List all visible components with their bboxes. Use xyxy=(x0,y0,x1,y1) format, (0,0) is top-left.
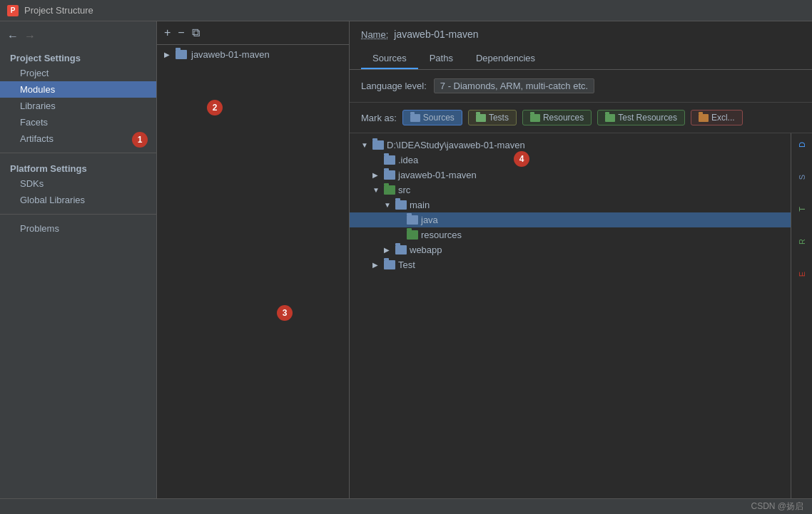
tree-item-webapp[interactable]: ▶ webapp xyxy=(350,242,791,257)
bottom-bar: CSDN @扬启 xyxy=(0,498,812,514)
tree-folder-resources xyxy=(407,230,418,240)
tree-folder-src xyxy=(384,185,395,195)
sidebar-divider-1 xyxy=(0,153,156,153)
tree-folder-root xyxy=(372,140,384,150)
sidebar-item-problems[interactable]: Problems xyxy=(0,220,156,237)
content-area: Language level: 7 - Diamonds, ARM, multi… xyxy=(350,70,812,498)
mark-sources-button[interactable]: Sources xyxy=(402,110,462,125)
language-level-value[interactable]: 7 - Diamonds, ARM, multi-catch etc. xyxy=(434,78,594,93)
tree-text-root: D:\IDEAStudy\javaweb-01-maven xyxy=(387,140,525,150)
tree-item-test[interactable]: ▶ Test xyxy=(350,257,791,272)
legend-t: T xyxy=(796,204,808,215)
project-settings-label: Project Settings xyxy=(0,48,156,65)
tree-folder-main xyxy=(395,200,407,210)
tree-text-src: src xyxy=(398,185,410,195)
test-resources-folder-icon xyxy=(605,114,615,122)
legend-e: E xyxy=(796,269,808,279)
tree-text-java: java xyxy=(421,215,438,225)
title-bar: P Project Structure xyxy=(0,0,812,21)
annotation-1: 1 xyxy=(132,132,148,148)
app-icon: P xyxy=(7,5,19,16)
module-name: javaweb-01-maven xyxy=(191,49,270,60)
tree-arrow-main: ▼ xyxy=(384,201,392,209)
tree-item-idea[interactable]: ▶ .idea xyxy=(350,153,791,168)
remove-module-button[interactable]: − xyxy=(178,27,184,38)
module-item-javaweb[interactable]: ▶ javaweb-01-maven xyxy=(157,45,349,64)
right-panel: Name: javaweb-01-maven Sources Paths Dep… xyxy=(350,21,812,498)
mark-test-resources-button[interactable]: Test Resources xyxy=(597,110,685,125)
name-value: javaweb-01-maven xyxy=(394,29,478,40)
tests-folder-icon xyxy=(476,114,486,122)
name-label: Name: xyxy=(361,29,388,40)
mark-as-label: Mark as: xyxy=(361,113,397,123)
tree-text-resources: resources xyxy=(421,230,462,240)
module-arrow-icon: ▶ xyxy=(164,51,170,58)
tree-text-idea: .idea xyxy=(398,155,418,165)
tree-folder-test xyxy=(384,260,395,269)
sidebar-item-sdks[interactable]: SDKs xyxy=(0,175,156,192)
tree-folder-webapp xyxy=(395,245,407,255)
tree-text-webapp: webapp xyxy=(410,245,442,255)
tree-arrow-test: ▶ xyxy=(372,261,381,269)
tree-item-main[interactable]: ▼ main xyxy=(350,197,791,212)
sidebar-item-global-libraries[interactable]: Global Libraries xyxy=(0,192,156,208)
legend-s: S xyxy=(796,172,808,183)
tree-item-resources[interactable]: ▶ resources xyxy=(350,227,791,242)
module-toolbar: + − ⧉ xyxy=(157,21,349,45)
tree-folder-javaweb xyxy=(384,170,395,180)
add-module-button[interactable]: + xyxy=(164,27,171,38)
tree-item-java[interactable]: ▶ java xyxy=(350,212,791,227)
legend-panel: D S T R E xyxy=(791,133,812,498)
tree-arrow-root: ▼ xyxy=(361,141,370,149)
sources-folder-icon xyxy=(410,114,420,122)
mark-excluded-button[interactable]: Excl... xyxy=(691,110,743,125)
title-bar-text: Project Structure xyxy=(24,5,93,16)
tree-item-javaweb[interactable]: ▶ javaweb-01-maven xyxy=(350,168,791,183)
mark-resources-button[interactable]: Resources xyxy=(522,110,592,125)
language-row: Language level: 7 - Diamonds, ARM, multi… xyxy=(350,70,812,103)
tree-text-javaweb: javaweb-01-maven xyxy=(398,170,477,180)
tree-item-src[interactable]: ▼ src xyxy=(350,183,791,197)
sidebar-divider-2 xyxy=(0,214,156,215)
excluded-folder-icon xyxy=(699,114,709,122)
language-level-label: Language level: xyxy=(361,81,427,91)
mark-as-row: Mark as: Sources Tests Resources Test Re… xyxy=(350,103,812,133)
tree-text-main: main xyxy=(410,200,430,210)
platform-settings-label: Platform Settings xyxy=(0,159,156,175)
sidebar-item-libraries[interactable]: Libraries xyxy=(0,98,156,114)
copy-module-button[interactable]: ⧉ xyxy=(192,27,200,38)
legend-r: R xyxy=(796,236,808,247)
tabs-row: Sources Paths Dependencies xyxy=(361,48,801,69)
module-folder-icon xyxy=(176,50,187,59)
tab-paths[interactable]: Paths xyxy=(418,48,465,69)
tree-arrow-src: ▼ xyxy=(372,186,381,194)
bottom-bar-text: CSDN @扬启 xyxy=(751,500,803,513)
name-row: Name: javaweb-01-maven xyxy=(361,29,801,40)
forward-button[interactable]: → xyxy=(24,30,36,43)
file-tree: ▼ D:\IDEAStudy\javaweb-01-maven ▶ .idea … xyxy=(350,133,791,498)
resources-folder-icon xyxy=(530,114,540,122)
tree-item-root[interactable]: ▼ D:\IDEAStudy\javaweb-01-maven xyxy=(350,138,791,153)
tree-folder-java xyxy=(407,215,418,225)
tree-arrow-webapp: ▶ xyxy=(384,246,392,254)
sidebar-item-facets[interactable]: Facets xyxy=(0,114,156,130)
tree-folder-idea xyxy=(384,155,395,165)
mark-tests-button[interactable]: Tests xyxy=(468,110,517,125)
tree-text-test: Test xyxy=(398,259,415,270)
annotation-3: 3 xyxy=(277,305,293,321)
sidebar-item-modules[interactable]: Modules xyxy=(0,81,156,98)
nav-back-row: ← → xyxy=(0,27,156,48)
sidebar: ← → Project Settings Project Modules Lib… xyxy=(0,21,157,498)
tab-sources[interactable]: Sources xyxy=(361,48,418,69)
legend-d: D xyxy=(796,139,808,150)
tab-dependencies[interactable]: Dependencies xyxy=(465,48,547,69)
module-list: + − ⧉ ▶ javaweb-01-maven 2 xyxy=(157,21,350,498)
annotation-4: 4 xyxy=(514,151,529,167)
back-button[interactable]: ← xyxy=(7,30,19,43)
annotation-2: 2 xyxy=(207,100,223,115)
sidebar-item-project[interactable]: Project xyxy=(0,65,156,81)
right-header: Name: javaweb-01-maven Sources Paths Dep… xyxy=(350,21,812,70)
tree-arrow-javaweb: ▶ xyxy=(372,171,381,179)
